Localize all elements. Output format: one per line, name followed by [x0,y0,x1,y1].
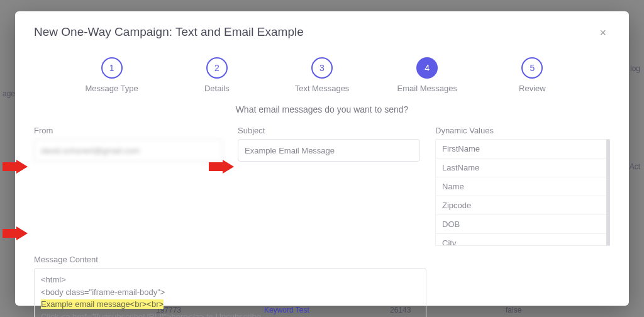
message-content-section: Message Content <html> <body class="ifra… [34,255,426,317]
dynamic-values-label: Dynamic Values [435,126,610,135]
bg-text: false [506,306,521,314]
step-circle: 1 [101,57,123,79]
dynamic-value-item[interactable]: City [436,234,606,246]
message-content-label: Message Content [34,255,426,264]
dynamic-value-item[interactable]: FirstName [436,140,606,158]
step-label: Message Type [85,84,138,93]
dynamic-value-item[interactable]: LastName [436,158,606,177]
dynamic-value-item[interactable]: DOB [436,215,606,234]
step-label: Email Messages [397,84,457,93]
step-label: Review [519,84,546,93]
step-email-messages[interactable]: 4 Email Messages [375,57,480,93]
dynamic-value-item[interactable]: Zipcode [436,196,606,215]
stepper: 1 Message Type 2 Details 3 Text Messages… [59,57,585,93]
code-line: <body class="iframe-email-body"> [41,287,165,297]
section-prompt: What email messages do you want to send? [34,104,610,114]
step-text-messages[interactable]: 3 Text Messages [269,57,374,93]
step-details[interactable]: 2 Details [164,57,269,93]
campaign-modal: New One-Way Campaign: Text and Email Exa… [15,11,629,306]
step-circle: 2 [206,57,228,79]
code-line: Click <a href="[[unsubscribeURL]]">here<… [41,312,264,318]
modal-title: New One-Way Campaign: Text and Email Exa… [34,25,304,39]
subject-input[interactable] [238,139,420,162]
form-row-top: From Subject Dynamic Values FirstName La… [34,126,610,246]
step-message-type[interactable]: 1 Message Type [59,57,164,93]
dynamic-values-list: FirstName LastName Name Zipcode DOB City [435,139,610,246]
code-line: <html> [41,275,66,284]
from-label: From [34,126,223,135]
step-label: Details [204,84,230,93]
message-content-input[interactable]: <html> <body class="iframe-email-body"> … [34,268,426,317]
step-circle: 4 [416,57,438,79]
close-icon[interactable]: × [596,25,610,41]
step-label: Text Messages [295,84,350,93]
step-review[interactable]: 5 Review [480,57,585,93]
step-circle: 3 [311,57,333,79]
dynamic-value-item[interactable]: Name [436,177,606,196]
step-circle: 5 [521,57,543,79]
bg-text: Act [630,162,640,171]
bg-text: log [630,64,640,73]
subject-label: Subject [238,126,420,135]
from-input[interactable] [34,139,223,162]
modal-header: New One-Way Campaign: Text and Email Exa… [34,25,610,41]
code-line-highlight: Example email message<br><br> [41,299,164,309]
